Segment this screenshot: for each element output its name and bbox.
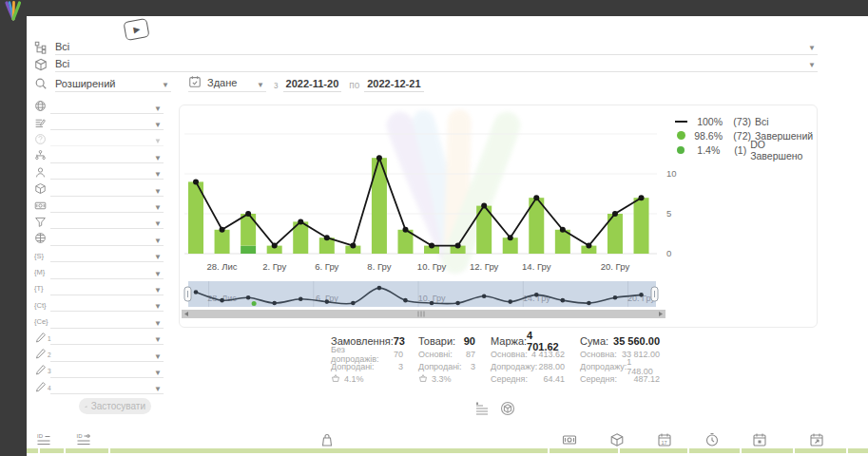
grid-header-segment[interactable]	[66, 448, 108, 453]
stat-column: Сума:35 560.00Основна:33 812.00Допродажу…	[580, 333, 660, 385]
grid-header-segment[interactable]	[110, 448, 548, 453]
stat-subrow: Без допродажів:70	[331, 348, 403, 360]
svg-text:ID: ID	[37, 433, 44, 439]
bag-icon[interactable]	[319, 432, 335, 447]
filter-row-token-t[interactable]: {T}▼	[34, 280, 164, 296]
chevron-down-icon: ▼	[154, 287, 164, 294]
chart-bars-icon	[85, 402, 87, 411]
chevron-down-icon: ▼	[154, 336, 164, 344]
stat-column: Замовлення:73Без допродажів:70Допродані:…	[331, 333, 403, 385]
legend-count: (73)	[726, 116, 751, 127]
line-all-orders	[196, 158, 642, 245]
sidebar-nav	[0, 0, 27, 456]
chevron-down-icon: ▼	[808, 45, 818, 52]
globe-grid-icon	[34, 232, 47, 246]
grid-header-segment[interactable]	[620, 448, 687, 453]
chevron-down-icon: ▼	[154, 271, 164, 278]
grid-header-segment[interactable]	[689, 448, 740, 453]
stat-subrow: Основні:87	[418, 348, 475, 360]
token-s-icon: {S}	[34, 252, 44, 260]
apply-button[interactable]: Застосувати	[79, 398, 151, 414]
filter-row-box[interactable]: ▼	[34, 181, 164, 198]
chevron-down-icon: ▼	[154, 122, 164, 129]
chevron-down-icon: ▼	[257, 82, 266, 89]
grid-header-segment[interactable]	[27, 448, 38, 453]
id-list-icon[interactable]: ID	[36, 432, 51, 447]
legend-count: (1)	[723, 144, 746, 156]
legend-dot-swatch	[677, 131, 685, 140]
filter-row-search: Розширений ▼ Здане ▼ з 2022-11-20 по 202…	[34, 75, 818, 92]
filter-row-pencil-1[interactable]: 1▼	[34, 330, 164, 346]
filter-row-org-tree[interactable]: ▼	[34, 148, 164, 164]
box-circle-icon[interactable]	[500, 401, 515, 416]
pencil-4-icon	[34, 381, 47, 395]
id-assign-icon[interactable]: ID	[76, 432, 91, 447]
chevron-down-icon: ▼	[154, 370, 164, 377]
legend-percent: 100%	[691, 116, 723, 127]
stat-value: 90	[464, 335, 475, 347]
filter-row-token-s[interactable]: {S}▼	[34, 248, 164, 264]
grid-header-segment[interactable]	[848, 448, 868, 453]
date-mode-select[interactable]: Здане ▼	[188, 75, 266, 92]
stat-column: Товари:90Основні:87Допродані:33.3%	[418, 333, 475, 385]
filter-row-edit-list[interactable]: ▼	[34, 115, 164, 131]
chevron-down-icon: ▼	[154, 303, 164, 311]
legend-dot-swatch	[677, 146, 685, 154]
box-icon[interactable]	[609, 432, 625, 447]
legend-percent: 98.6%	[691, 130, 723, 142]
report-list-icon[interactable]	[474, 401, 490, 416]
svg-text:ID: ID	[77, 433, 84, 439]
money-icon[interactable]	[562, 432, 577, 447]
filter-row-pencil-3[interactable]: 3▼	[34, 363, 164, 379]
svg-text:17: 17	[662, 440, 667, 446]
source-select-value: Всі	[55, 41, 69, 52]
date-to-input[interactable]: 2022-12-21	[364, 78, 423, 92]
filter-row-question[interactable]: ▼	[34, 132, 164, 148]
filter-row-pencil-2[interactable]: 2▼	[34, 347, 164, 363]
chevron-down-icon: ▼	[154, 138, 164, 145]
calendar-17-icon[interactable]: 17	[657, 432, 672, 447]
svg-text:10: 10	[666, 168, 677, 179]
calendar-solid-icon[interactable]	[752, 432, 767, 447]
pencil-2-icon	[34, 348, 47, 362]
brand-logo[interactable]	[2, 0, 25, 23]
search-mode-select[interactable]: Розширений ▼	[55, 78, 171, 92]
legend-item[interactable]: 100%(73)Всі	[674, 114, 815, 128]
search-mode-value: Розширений	[55, 78, 115, 89]
filter-row-token-ce[interactable]: {Ce}▼	[34, 314, 164, 330]
clock-icon[interactable]	[704, 432, 720, 447]
legend-item[interactable]: 1.4%(1)DO Завершено	[674, 142, 815, 157]
stat-basket-row: 4.1%	[331, 372, 403, 385]
org-tree-icon	[34, 149, 47, 163]
filter-row-pencil-4[interactable]: 4▼	[34, 380, 164, 396]
date-from-input[interactable]: 2022-11-20	[283, 78, 342, 92]
chevron-down-icon: ▼	[154, 320, 164, 328]
tutorial-video-icon[interactable]: ▶	[123, 18, 149, 41]
legend-line-swatch	[675, 121, 687, 123]
grid-header-segment[interactable]	[550, 448, 618, 453]
question-icon	[34, 133, 47, 147]
source-tree-icon	[34, 41, 48, 55]
grid-header-segment[interactable]	[742, 448, 793, 453]
svg-text:14. Гру: 14. Гру	[522, 261, 551, 272]
grid-header-segment[interactable]	[40, 448, 64, 453]
calendar-export-icon[interactable]	[809, 432, 824, 447]
date-mode-value: Здане	[207, 77, 237, 88]
stat-title: Маржа:	[491, 335, 527, 347]
category-select-value: Всі	[55, 58, 69, 69]
filter-row-funnel[interactable]: ▼	[34, 215, 164, 231]
money-icon	[34, 200, 47, 214]
grid-header-segment[interactable]	[795, 448, 846, 453]
category-select[interactable]: Всі ▼	[55, 58, 818, 72]
chart-legend: 100%(73)Всі98.6%(72)Завершений1.4%(1)DO …	[674, 114, 815, 157]
filter-row-money[interactable]: ▼	[34, 198, 164, 214]
filter-row-globe-grid[interactable]: ▼	[34, 231, 164, 247]
pencil-3-icon	[34, 364, 47, 378]
filter-row-token-m[interactable]: {M}▼	[34, 264, 164, 280]
chevron-down-icon: ▼	[154, 171, 164, 179]
svg-text:28. Лис: 28. Лис	[206, 261, 237, 272]
source-select[interactable]: Всі ▼	[55, 41, 818, 55]
filter-row-person[interactable]: ▼	[34, 165, 164, 181]
filter-row-token-ct[interactable]: {Ct}▼	[34, 297, 164, 314]
filter-row-globe[interactable]: ▼	[34, 99, 164, 115]
